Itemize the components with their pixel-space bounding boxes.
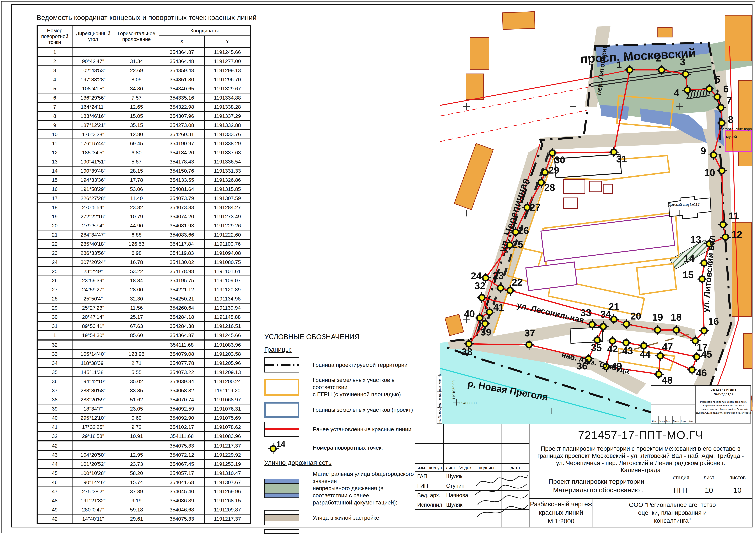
map-annotation: 1191050.00 [452, 380, 456, 399]
table-row: 33105°14'40"123.98354079.081191203.58 [37, 349, 251, 359]
table-row: 19272°22'16"10.79354074.201191273.49 [37, 212, 251, 221]
rev-header-data: дата [501, 463, 529, 472]
turn-point-marker: 42 [607, 336, 618, 355]
residential-street-swatch [264, 510, 299, 525]
turn-point-marker: 43 [621, 338, 633, 356]
territory-boundary-swatch [264, 357, 299, 372]
name-ispolnil: Шуляк [444, 500, 473, 510]
name-gip: Ступин [444, 481, 473, 491]
drawing-name: Разбивочный чертеж красных линий М 1:200… [529, 498, 593, 527]
turn-point-number: 48 [662, 375, 672, 386]
table-row: 2925°27'23"11.56354260.641191139.94 [37, 303, 251, 312]
turn-point-number: 12 [731, 229, 742, 240]
document-code: 721457-17-ППТ-МО.ГЧ [529, 424, 752, 446]
listov-value: 10 [723, 482, 752, 499]
table-row: 4117°32'25"9.72354102.171191078.62 [37, 422, 251, 432]
turn-point-number: 26 [518, 225, 529, 236]
turn-point-number: 41 [493, 302, 504, 313]
col-header-point: Номер поворотной точки [37, 26, 72, 47]
turn-point-number: 40 [464, 308, 475, 319]
role-vedarh: Вед. арх. [415, 490, 444, 500]
turn-point-number: 39 [480, 327, 491, 338]
table-row: 11176°15'44"69.45354190.971191338.29 [37, 139, 251, 148]
coordinates-table: Ведомость координат концевых и поворотны… [37, 13, 250, 524]
turn-point-number: 31 [616, 154, 627, 165]
turn-point-number: 30 [554, 155, 565, 165]
turn-point-number: 18 [671, 312, 682, 323]
legend-item-territory: Граница проектируемой территории [264, 357, 417, 372]
table-row: 47275°38'2"37.89354045.401191269.96 [37, 487, 251, 496]
turn-point-number: 44 [640, 349, 651, 360]
plan-map: 1234567891011121314151617181920212223242… [440, 6, 752, 424]
list-header: лист [695, 473, 723, 482]
table-row: 3102°43'53"22.69354359.481191299.13 [37, 66, 251, 75]
turn-point-number: 24 [471, 270, 482, 281]
table-row: 16191°58'29"53.06354081.641191315.85 [37, 185, 251, 193]
table-row: 119°54'30"85.60354364.871191245.66 [37, 331, 251, 340]
col-header-x: X [159, 36, 205, 47]
table-row: 3020°47'14"25.17354284.181191148.88 [37, 312, 251, 321]
table-row: 17226°27'28"11.40354073.791191307.59 [37, 193, 251, 203]
turn-point-number: 45 [701, 349, 712, 360]
turn-point-number: 43 [622, 345, 633, 356]
col-header-y: Y [205, 36, 251, 47]
turn-point-number: 20 [630, 311, 641, 322]
name-vedarh: Наянова [444, 490, 473, 500]
list-value: 10 [695, 482, 723, 499]
turn-point-number: 8 [728, 114, 734, 125]
turn-point-number: 46 [696, 368, 707, 378]
col-header-coords: Координаты [159, 26, 251, 36]
frame-side-strip: Взам. инв. № Подп. и дата Инв. № подл. [437, 376, 442, 424]
company-name: ООО "Региональное агентство оценки, план… [593, 498, 752, 527]
legend-item-magistral: Магистральная улица общегородского значе… [264, 470, 417, 506]
red-lines-swatch [264, 422, 299, 437]
table-row: 38283°20'59"51.62354070.741191068.97 [37, 395, 251, 404]
table-row: 49280°0'47"59.18354046.681191209.87 [37, 505, 251, 514]
table-row: 1354364.871191245.66 [37, 47, 251, 57]
title-block: изм. кол.уч. лист № док. подпись дата ГА… [415, 424, 752, 527]
turn-point-number: 47 [662, 341, 673, 352]
table-row: 23286°33'56"6.98354119.831191094.08 [37, 248, 251, 258]
turn-point-number: 9 [701, 145, 706, 156]
turn-point-number: 4 [674, 88, 679, 98]
turn-point-number: 22 [512, 277, 523, 288]
turn-point-symbol: 14 [264, 441, 299, 454]
table-row: 46190°14'46"15.74354041.681191307.67 [37, 478, 251, 487]
map-annotation: музей [726, 134, 737, 139]
turn-point-number: 14 [684, 253, 695, 264]
turn-point-number: 13 [690, 234, 701, 245]
turn-point-number: 11 [729, 211, 739, 221]
turn-point-number: 29 [548, 165, 559, 176]
role-gap: ГАП [415, 471, 444, 481]
table-row: 13190°41'51"5.87354178.431191336.54 [37, 157, 251, 166]
turn-point-number: 28 [544, 182, 555, 193]
table-row: 32354111.681191083.96 [37, 340, 251, 349]
table-row: 12185°34'5"6.80354184.201191337.63 [37, 148, 251, 157]
stage-value: ППТ [667, 482, 695, 499]
table-row: 2623°59'39"18.34354195.751191109.07 [37, 276, 251, 285]
turn-point-number: 27 [530, 202, 540, 213]
turn-point-number: 23 [493, 270, 503, 281]
legend-item-egrn: Границы земельных участков в соответстви… [264, 376, 417, 398]
turn-point-number: 6 [723, 84, 729, 94]
table-row: 22285°40'18"126.53354117.841191100.76 [37, 239, 251, 248]
rev-header-dok: № док. [458, 463, 473, 472]
turn-point-number: 16 [708, 316, 719, 327]
table-row: 4197°33'28"8.05354351.801191296.70 [37, 75, 251, 84]
turn-point-number: 38 [462, 346, 472, 357]
legend-item-red-lines: Ранее установленные красные линии [264, 422, 417, 437]
rev-header-koluch: кол.уч. [429, 463, 444, 472]
svg-text:14: 14 [277, 441, 285, 448]
table-row: 21284°34'47"6.88354083.661191222.60 [37, 230, 251, 239]
legend-item-street: Улица в жилой застройке; [264, 510, 417, 525]
table-row: 45100°10'28"58.20354057.171191310.47 [37, 469, 251, 478]
map-annotation: 354000.00 [459, 401, 476, 405]
table-row: 2724°59'27"28.00354221.121191120.89 [37, 285, 251, 294]
table-row: 3229°18'53"10.91354111.681191083.96 [37, 432, 251, 441]
table-row: 34118°38'39"2.71354077.781191205.96 [37, 359, 251, 368]
rev-header-izm: изм. [415, 463, 429, 472]
project-parcels-swatch [264, 402, 299, 418]
legend: УСЛОВНЫЕ ОБОЗНАЧЕНИЯ Границы: Граница пр… [264, 333, 417, 534]
table-row: 2523°2'49"53.22354178.981191101.61 [37, 267, 251, 276]
drawing-sheet: Ведомость координат концевых и поворотны… [0, 0, 756, 534]
